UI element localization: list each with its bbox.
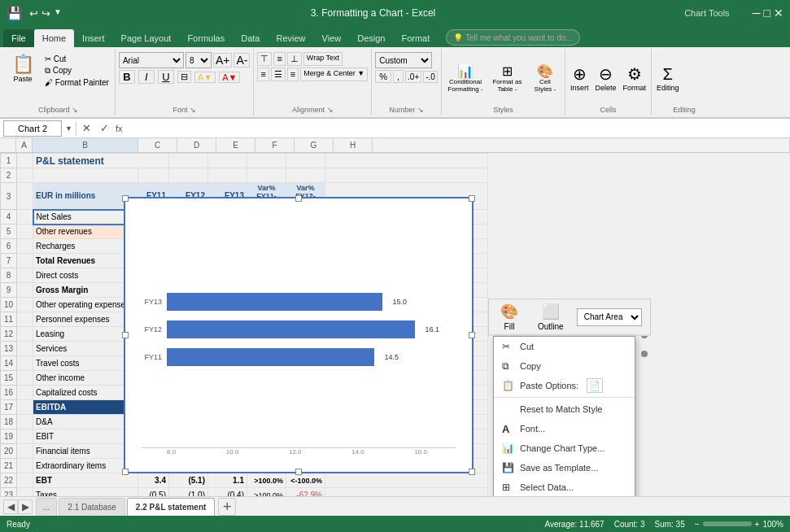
zoom-decrease-btn[interactable]: −	[695, 520, 700, 529]
ctx-reset-label: Reset to Match Style	[520, 404, 603, 414]
sheet-tab-database[interactable]: 2.1 Database	[59, 498, 125, 516]
font-family-select[interactable]: Arial	[119, 52, 184, 68]
bold-btn[interactable]: B	[119, 70, 135, 84]
redo-icon[interactable]: ↪	[41, 7, 50, 20]
increase-font-btn[interactable]: A+	[213, 53, 233, 68]
sheet-nav-prev[interactable]: ◀	[3, 499, 18, 514]
ctx-font[interactable]: A Font...	[494, 419, 635, 438]
name-box[interactable]: Chart 2	[3, 120, 62, 137]
paste-button[interactable]: 📋 Paste	[5, 52, 41, 85]
cells-group-label: Cells	[569, 106, 648, 114]
status-right: Average: 11.667 Count: 3 Sum: 35 − + 100…	[544, 520, 783, 529]
comma-btn[interactable]: ,	[393, 70, 404, 83]
ctx-font-label: Font...	[520, 424, 545, 434]
ctx-save-template[interactable]: 💾 Save as Template...	[494, 458, 635, 477]
decrease-font-btn[interactable]: A-	[234, 53, 250, 68]
cell-b1[interactable]: P&L statement	[33, 154, 169, 168]
col-header-rownum	[0, 138, 16, 152]
ctx-copy[interactable]: ⧉ Copy	[494, 356, 635, 376]
align-top-btn[interactable]: ⊤	[257, 52, 272, 66]
fill-color-btn[interactable]: A▼	[194, 72, 216, 83]
cell-styles-btn[interactable]: 🎨 Cell Styles -	[529, 62, 561, 95]
styles-group-label: Styles	[445, 106, 561, 114]
chart-type-icon: 📊	[502, 443, 515, 454]
tab-home[interactable]: Home	[34, 29, 74, 47]
align-left-btn[interactable]: ≡	[257, 68, 268, 81]
col-header-f: F	[255, 138, 295, 152]
tab-format[interactable]: Format	[393, 29, 438, 47]
title-bar: 💾 ↩ ↪ ▼ 3. Formatting a Chart - Excel Ch…	[0, 0, 790, 26]
decrease-decimal-btn[interactable]: -.0	[423, 71, 438, 83]
tab-formulas[interactable]: Formulas	[179, 29, 233, 47]
zoom-slider[interactable]: − + 100%	[695, 520, 783, 529]
ribbon-group-cells: ⊕ Insert ⊖ Delete ⚙ Format Cells	[565, 49, 652, 116]
border-btn[interactable]: ⊟	[177, 71, 191, 83]
confirm-formula-btn[interactable]: ✓	[98, 122, 112, 134]
ctx-reset[interactable]: Reset to Match Style	[494, 399, 635, 419]
align-center-btn[interactable]: ☰	[271, 68, 286, 81]
close-btn[interactable]: ✕	[774, 7, 783, 20]
formula-input[interactable]	[125, 120, 787, 137]
copy-button[interactable]: ⧉ Copy	[42, 65, 111, 76]
insert-btn[interactable]: ⊕ Insert	[569, 63, 591, 94]
format-btn[interactable]: ⚙ Format	[621, 63, 648, 94]
ctx-change-chart-type[interactable]: 📊 Change Chart Type...	[494, 438, 635, 458]
cut-button[interactable]: ✂ Cut	[42, 54, 111, 64]
insert-function-btn[interactable]: fx	[116, 124, 123, 133]
tab-view[interactable]: View	[314, 29, 350, 47]
underline-btn[interactable]: U	[158, 70, 174, 84]
font-size-select[interactable]: 8	[185, 52, 212, 68]
tab-review[interactable]: Review	[268, 29, 313, 47]
zoom-increase-btn[interactable]: +	[755, 520, 760, 529]
tab-insert[interactable]: Insert	[74, 29, 113, 47]
sheet-tab-dots[interactable]: ...	[36, 498, 57, 516]
tab-page-layout[interactable]: Page Layout	[113, 29, 180, 47]
ctx-paste-label: Paste Options:	[520, 381, 578, 390]
font-color-btn[interactable]: A▼	[219, 72, 240, 83]
save-template-icon: 💾	[502, 462, 515, 473]
autosum-btn[interactable]: Σ Editing	[655, 63, 681, 94]
status-count: Count: 3	[614, 520, 645, 529]
ribbon-group-alignment: ⊤ ≡ ⊥ Wrap Text ≡ ☰ ≡ Merge & Center ▼ A…	[254, 49, 372, 116]
tab-design[interactable]: Design	[349, 29, 393, 47]
align-bottom-btn[interactable]: ⊥	[287, 52, 302, 66]
status-sum: Sum: 35	[654, 520, 684, 529]
conditional-formatting-btn[interactable]: 📊 Conditional Formatting -	[445, 62, 486, 95]
minimize-btn[interactable]: ─	[753, 7, 761, 20]
chart-area-dropdown[interactable]: Chart Area	[577, 308, 642, 326]
format-painter-button[interactable]: 🖌 Format Painter	[42, 77, 111, 88]
zoom-bar[interactable]	[703, 521, 752, 526]
customize-icon[interactable]: ▼	[54, 7, 62, 20]
save-icon[interactable]: 💾	[7, 6, 23, 21]
align-middle-btn[interactable]: ≡	[273, 52, 285, 66]
delete-btn[interactable]: ⊖ Delete	[593, 63, 618, 94]
number-format-select[interactable]: Custom	[375, 52, 432, 68]
tell-me-box[interactable]: 💡 Tell me what you want to do...	[446, 29, 579, 46]
format-as-table-btn[interactable]: ⊞ Format as Table -	[489, 62, 526, 95]
ctx-change-chart-label: Change Chart Type...	[520, 443, 605, 453]
percent-btn[interactable]: %	[375, 70, 391, 83]
chart-container[interactable]: FY13 15.0 FY12 16.1 FY11 14.5	[124, 197, 474, 473]
maximize-btn[interactable]: □	[764, 7, 770, 20]
cancel-formula-btn[interactable]: ✕	[80, 122, 94, 134]
merge-btn[interactable]: Merge & Center ▼	[300, 68, 368, 81]
tab-file[interactable]: File	[3, 29, 34, 47]
wrap-text-btn[interactable]: Wrap Text	[303, 52, 343, 66]
tab-data[interactable]: Data	[233, 29, 268, 47]
italic-btn[interactable]: I	[138, 70, 155, 84]
sheet-nav-next[interactable]: ▶	[18, 499, 33, 514]
context-menu: ✂ Cut ⧉ Copy 📋 Paste Options: 📄 Reset to…	[493, 336, 635, 496]
ctx-cut[interactable]: ✂ Cut	[494, 337, 635, 356]
increase-decimal-btn[interactable]: .0+	[405, 71, 421, 83]
outline-btn[interactable]: ⬜ Outline	[531, 299, 570, 334]
paste-sub-icon[interactable]: 📄	[587, 378, 603, 393]
ctx-select-data[interactable]: ⊞ Select Data...	[494, 477, 635, 496]
ctx-paste-options[interactable]: 📋 Paste Options: 📄	[494, 376, 635, 395]
undo-icon[interactable]: ↩	[29, 7, 38, 20]
cell-a1[interactable]	[17, 154, 33, 168]
align-right-btn[interactable]: ≡	[287, 68, 299, 81]
fill-btn[interactable]: 🎨 Fill	[494, 299, 525, 334]
name-box-arrow[interactable]: ▼	[65, 124, 72, 133]
sheet-tab-pl[interactable]: 2.2 P&L statement	[127, 498, 216, 516]
add-sheet-btn[interactable]: +	[218, 498, 236, 516]
